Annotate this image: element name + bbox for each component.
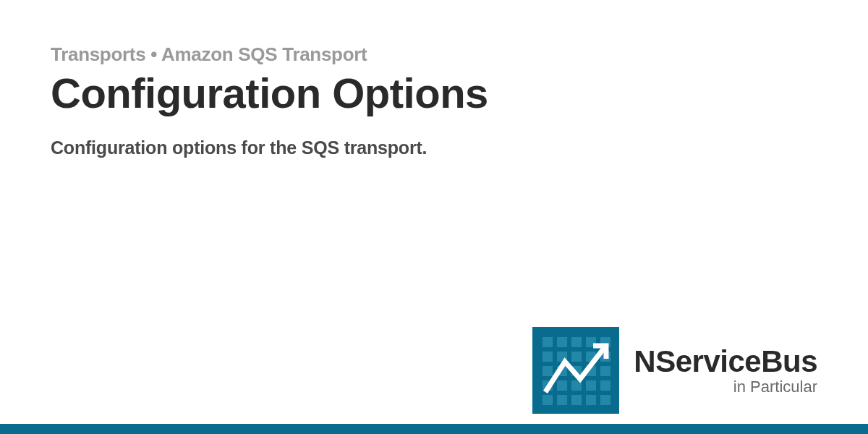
svg-rect-24 bbox=[600, 395, 610, 405]
svg-rect-23 bbox=[586, 395, 596, 405]
svg-rect-18 bbox=[586, 380, 596, 391]
content-area: Transports • Amazon SQS Transport Config… bbox=[0, 0, 868, 158]
logo-text-group: NServiceBus in Particular bbox=[634, 344, 817, 396]
breadcrumb-separator: • bbox=[145, 43, 161, 65]
logo-subtitle: in Particular bbox=[733, 378, 817, 396]
page-subtitle: Configuration options for the SQS transp… bbox=[51, 137, 817, 158]
svg-rect-14 bbox=[600, 366, 610, 376]
breadcrumb: Transports • Amazon SQS Transport bbox=[51, 43, 817, 66]
breadcrumb-item-2: Amazon SQS Transport bbox=[161, 43, 367, 65]
svg-rect-16 bbox=[557, 380, 567, 391]
svg-rect-10 bbox=[542, 366, 553, 376]
logo-container: NServiceBus in Particular bbox=[532, 327, 817, 414]
svg-rect-22 bbox=[571, 395, 582, 405]
breadcrumb-item-1: Transports bbox=[51, 43, 145, 65]
logo-title: NServiceBus bbox=[634, 344, 817, 379]
svg-rect-20 bbox=[542, 395, 553, 405]
logo-svg bbox=[532, 327, 619, 414]
svg-rect-2 bbox=[571, 337, 582, 347]
svg-rect-1 bbox=[557, 337, 567, 347]
svg-rect-19 bbox=[600, 380, 610, 391]
page-title: Configuration Options bbox=[51, 69, 817, 117]
svg-rect-21 bbox=[557, 395, 567, 405]
svg-rect-5 bbox=[542, 352, 553, 362]
svg-rect-0 bbox=[542, 337, 553, 347]
nservicebus-logo-icon bbox=[532, 327, 619, 414]
svg-rect-7 bbox=[571, 352, 582, 362]
bottom-accent-bar bbox=[0, 424, 868, 434]
